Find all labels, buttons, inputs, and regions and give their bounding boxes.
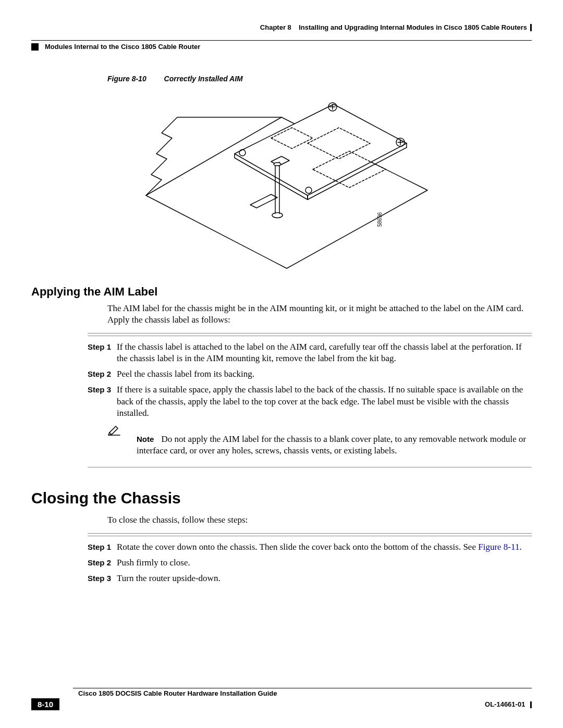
applying-intro: The AIM label for the chassis might be i… <box>107 303 532 326</box>
step-text: Rotate the cover down onto the chassis. … <box>117 541 532 553</box>
page-footer: Cisco 1805 DOCSIS Cable Router Hardware … <box>31 688 532 710</box>
svg-point-16 <box>274 163 281 166</box>
step-text: If there is a suitable space, apply the … <box>117 384 532 418</box>
page: Chapter 8 Installing and Upgrading Inter… <box>0 0 563 728</box>
step-text: If the chassis label is attached to the … <box>117 341 532 364</box>
footer-bar-icon <box>530 701 532 708</box>
closing-step-1: Step 1 Rotate the cover down onto the ch… <box>88 541 532 553</box>
step-text: Push firmly to close. <box>117 557 532 569</box>
running-header-right: Chapter 8 Installing and Upgrading Inter… <box>31 16 532 39</box>
step-label: Step 2 <box>88 557 117 569</box>
closing-step-3: Step 3 Turn the router upside-down. <box>88 573 532 584</box>
applying-step-2: Step 2 Peel the chassis label from its b… <box>88 368 532 380</box>
chapter-title: Installing and Upgrading Internal Module… <box>299 23 527 31</box>
figure-art-id: 58696 <box>377 212 383 227</box>
note-text: Do not apply the AIM label for the chass… <box>137 434 526 455</box>
step-text-post: . <box>519 542 521 552</box>
applying-step-1: Step 1 If the chassis label is attached … <box>88 341 532 364</box>
figure-title: Correctly Installed AIM <box>164 75 243 83</box>
figure-caption: Figure 8-10 Correctly Installed AIM <box>107 75 532 83</box>
step-text-pre: Rotate the cover down onto the chassis. … <box>117 542 478 552</box>
section-end-divider <box>88 467 532 467</box>
page-number-badge: 8-10 <box>31 698 59 710</box>
chapter-label: Chapter 8 <box>260 23 291 31</box>
step-text: Peel the chassis label from its backing. <box>117 368 532 380</box>
note-pencil-icon <box>107 423 137 438</box>
closing-step-2: Step 2 Push firmly to close. <box>88 557 532 569</box>
step-label: Step 3 <box>88 573 117 584</box>
header-bar-icon <box>530 24 532 31</box>
footer-guide-title: Cisco 1805 DOCSIS Cable Router Hardware … <box>78 689 532 697</box>
applying-step-3: Step 3 If there is a suitable space, app… <box>88 384 532 418</box>
steps-divider <box>88 533 532 536</box>
running-header-left: Modules Internal to the Cisco 1805 Cable… <box>31 43 532 51</box>
figure-number: Figure 8-10 <box>107 75 146 83</box>
note-label: Note <box>137 435 154 443</box>
heading-applying-aim-label: Applying the AIM Label <box>31 285 532 299</box>
footer-rule <box>73 688 532 688</box>
header-rule <box>31 40 532 41</box>
steps-divider <box>88 333 532 336</box>
doc-id: OL-14661-01 <box>485 700 532 708</box>
section-title: Modules Internal to the Cisco 1805 Cable… <box>45 43 200 51</box>
note-text-container: Note Do not apply the AIM label for the … <box>137 423 532 456</box>
step-label: Step 1 <box>88 541 117 553</box>
step-label: Step 1 <box>88 341 117 364</box>
step-text: Turn the router upside-down. <box>117 573 532 584</box>
heading-closing-chassis: Closing the Chassis <box>31 489 532 507</box>
note-block: Note Do not apply the AIM label for the … <box>107 423 532 456</box>
figure-link[interactable]: Figure 8-11 <box>478 542 519 552</box>
header-square-icon <box>31 43 39 51</box>
closing-intro: To close the chassis, follow these steps… <box>107 514 532 526</box>
step-label: Step 3 <box>88 384 117 418</box>
step-label: Step 2 <box>88 368 117 380</box>
doc-id-text: OL-14661-01 <box>485 700 525 708</box>
figure-illustration: 58696 <box>115 86 448 274</box>
